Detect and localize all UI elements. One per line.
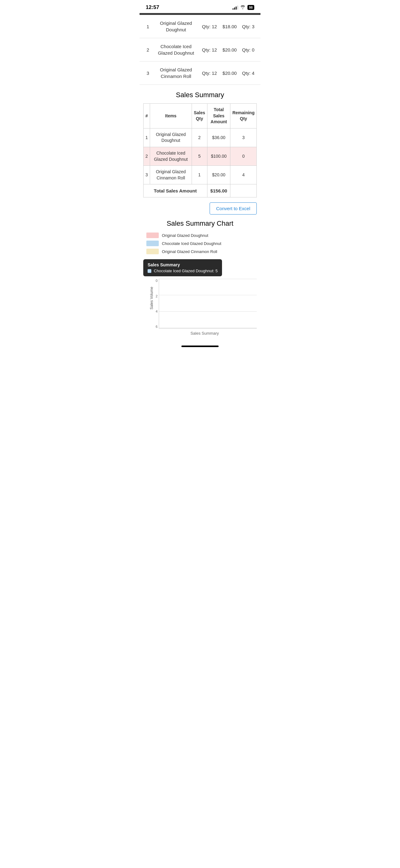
y-label: 4 (156, 310, 158, 313)
table-row: 3 Original Glazed Cinnamon Roll 1 $20.00… (143, 166, 257, 184)
legend-item-3: Original Glazed Cinnamon Roll (146, 249, 257, 254)
order-remaining: Qty: 3 (240, 24, 257, 29)
row-num: 2 (143, 147, 150, 165)
order-item: 2 Chocolate Iced Glazed Doughnut Qty: 12… (139, 38, 261, 61)
tooltip-item: Chocolate Iced Glazed Doughnut: 5 (147, 269, 218, 273)
y-label: 6 (156, 325, 158, 329)
order-qty: Qty: 12 (199, 47, 220, 53)
row-item: Chocolate Iced Glazed Doughnut (150, 147, 192, 165)
tooltip-color-box (147, 269, 151, 273)
row-total-sales: $20.00 (207, 166, 230, 184)
table-row: 1 Original Glazed Doughnut 2 $36.00 3 (143, 128, 257, 147)
y-label: 2 (156, 294, 158, 298)
col-header-items: Items (150, 104, 192, 128)
legend-color-1 (146, 232, 159, 238)
row-remaining: 3 (230, 128, 257, 147)
bar-chart-outer: Sales Volume 6 4 2 0 (143, 279, 257, 336)
legend-item-2: Chocolate Iced Glazed Doughnut (146, 241, 257, 246)
row-sales-qty: 5 (192, 147, 207, 165)
table-row: 2 Chocolate Iced Glazed Doughnut 5 $100.… (143, 147, 257, 165)
col-header-num: # (143, 104, 150, 128)
order-name: Original Glazed Cinnamon Roll (153, 66, 199, 80)
status-time: 12:57 (146, 4, 159, 10)
row-remaining: 0 (230, 147, 257, 165)
chart-legend: Original Glazed Doughnut Chocolate Iced … (143, 232, 257, 254)
order-item: 1 Original Glazed Doughnut Qty: 12 $18.0… (139, 15, 261, 38)
sales-summary-title: Sales Summary (143, 91, 257, 99)
status-icons: 98 (233, 5, 254, 10)
chart-title: Sales Summary Chart (143, 219, 257, 227)
row-total-sales: $100.00 (207, 147, 230, 165)
sales-summary-section: Sales Summary # Items SalesQty Total Sal… (139, 85, 261, 197)
wifi-icon (240, 5, 245, 10)
order-remaining: Qty: 0 (240, 47, 257, 53)
col-header-remaining: RemainingQty (230, 104, 257, 128)
legend-item-1: Original Glazed Doughnut (146, 232, 257, 238)
legend-label-3: Original Glazed Cinnamon Roll (162, 249, 217, 254)
row-total-sales: $36.00 (207, 128, 230, 147)
convert-to-excel-button[interactable]: Convert to Excel (210, 203, 257, 215)
col-header-sales-qty: SalesQty (192, 104, 207, 128)
legend-label-2: Chocolate Iced Glazed Doughnut (162, 241, 222, 246)
tooltip-item-label: Chocolate Iced Glazed Doughnut: 5 (154, 269, 218, 273)
order-qty: Qty: 12 (199, 70, 220, 76)
legend-color-3 (146, 249, 159, 254)
legend-label-1: Original Glazed Doughnut (162, 233, 208, 238)
home-indicator (139, 342, 261, 349)
total-label: Total Sales Amount (143, 184, 207, 197)
row-item: Original Glazed Doughnut (150, 128, 192, 147)
order-price: $20.00 (220, 47, 240, 53)
total-amount: $156.00 (207, 184, 230, 197)
battery-indicator: 98 (247, 5, 254, 10)
bar-chart-flex: 6 4 2 0 (153, 279, 257, 329)
order-price: $20.00 (220, 70, 240, 76)
total-row: Total Sales Amount $156.00 (143, 184, 257, 197)
legend-color-2 (146, 241, 159, 246)
bars-container (159, 279, 257, 329)
order-item: 3 Original Glazed Cinnamon Roll Qty: 12 … (139, 61, 261, 85)
order-name: Original Glazed Doughnut (153, 20, 199, 33)
row-num: 1 (143, 128, 150, 147)
signal-icon (233, 5, 238, 10)
row-num: 3 (143, 166, 150, 184)
col-header-total-sales: Total SalesAmount (207, 104, 230, 128)
row-remaining: 4 (230, 166, 257, 184)
y-label: 0 (156, 279, 158, 282)
order-name: Chocolate Iced Glazed Doughnut (153, 43, 199, 56)
order-qty: Qty: 12 (199, 24, 220, 29)
convert-btn-container: Convert to Excel (139, 197, 261, 219)
chart-x-label: Sales Summary (153, 331, 257, 336)
tooltip-title: Sales Summary (147, 262, 218, 267)
home-indicator-bar (181, 345, 219, 347)
order-items-list: 1 Original Glazed Doughnut Qty: 12 $18.0… (139, 15, 261, 85)
order-price: $18.00 (220, 24, 240, 29)
order-num: 2 (143, 47, 153, 53)
status-bar: 12:57 98 (139, 0, 261, 13)
row-item: Original Glazed Cinnamon Roll (150, 166, 192, 184)
chart-tooltip: Sales Summary Chocolate Iced Glazed Doug… (143, 259, 222, 276)
order-num: 3 (143, 70, 153, 76)
chart-section: Sales Summary Chart Original Glazed Doug… (139, 219, 261, 342)
row-sales-qty: 2 (192, 128, 207, 147)
y-axis-label: Sales Volume (149, 286, 154, 309)
order-num: 1 (143, 24, 153, 29)
summary-table: # Items SalesQty Total SalesAmount Remai… (143, 103, 257, 197)
total-remaining-empty (230, 184, 257, 197)
order-remaining: Qty: 4 (240, 70, 257, 76)
row-sales-qty: 1 (192, 166, 207, 184)
